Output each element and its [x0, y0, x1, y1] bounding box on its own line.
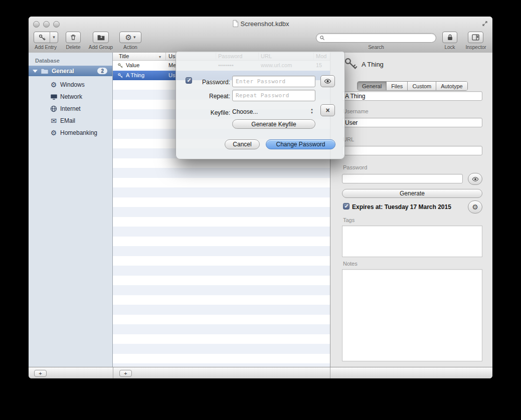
reveal-password-button[interactable]: [320, 75, 335, 87]
app-window: Screenshot.kdbx ▾ Add Entry Delete A: [29, 17, 492, 378]
change-password-label: Change Password: [276, 141, 325, 148]
cell-title: Value: [126, 62, 165, 68]
tab-general[interactable]: General: [358, 82, 387, 90]
username-label: Username: [343, 108, 369, 114]
folder-icon: [41, 68, 49, 74]
envelope-icon: ✉: [50, 117, 58, 125]
sidebar-item-general[interactable]: General 2: [29, 66, 112, 76]
inspector-panel-icon: [472, 34, 479, 41]
key-icon: [343, 57, 358, 71]
keyfile-label: Keyfile:: [186, 109, 230, 116]
disclosure-triangle-icon[interactable]: [33, 70, 38, 73]
sidebar-item-email[interactable]: ✉ EMail: [29, 115, 112, 127]
change-password-dialog: Password: Repeat: Keyfile: Choose... ▲ ▼…: [176, 52, 345, 159]
add-entry-button[interactable]: ▾: [34, 32, 58, 43]
document-icon: [232, 20, 238, 27]
popup-stepper-icon[interactable]: ▲ ▼: [310, 108, 313, 114]
add-group-button[interactable]: [93, 32, 109, 43]
fullscreen-icon[interactable]: [481, 20, 488, 27]
search-input[interactable]: [327, 35, 433, 42]
chevron-down-icon[interactable]: ▾: [50, 35, 58, 40]
column-header-title[interactable]: Title: [119, 53, 129, 59]
window-chrome: Screenshot.kdbx ▾ Add Entry Delete A: [29, 17, 492, 53]
sidebar-section-header: Database: [35, 58, 60, 64]
username-field[interactable]: [342, 118, 482, 127]
trash-icon: [70, 34, 77, 41]
plus-icon: +: [39, 371, 42, 376]
add-entry-label: Add Entry: [31, 45, 61, 50]
cancel-label: Cancel: [233, 141, 251, 148]
search-label: Search: [316, 45, 436, 50]
expires-settings-button[interactable]: ⚙: [468, 200, 482, 214]
expires-checkbox[interactable]: [343, 203, 350, 209]
lock-icon: [447, 34, 453, 41]
password-field[interactable]: [342, 174, 463, 183]
gear-icon: ⚙: [50, 81, 58, 89]
search-icon: [319, 35, 325, 41]
column-divider[interactable]: [165, 53, 166, 60]
action-button[interactable]: ⚙ ▾: [119, 32, 141, 43]
reveal-password-button[interactable]: [468, 173, 482, 185]
repeat-password-input[interactable]: [232, 90, 315, 101]
gear-icon: ⚙: [125, 34, 132, 41]
clear-keyfile-button[interactable]: ×: [320, 104, 335, 116]
globe-icon: [50, 105, 58, 113]
footer-divider: [330, 367, 330, 378]
sidebar-item-label: EMail: [60, 117, 75, 124]
inspector-panel: A Thing General Files Custom Autotype Us…: [330, 53, 492, 367]
delete-label: Delete: [58, 45, 88, 50]
title-field[interactable]: [342, 91, 482, 101]
sidebar-item-windows[interactable]: ⚙ Windows: [29, 79, 112, 91]
cell-title: A Thing: [126, 72, 165, 78]
key-icon: [117, 63, 123, 69]
sidebar-item-label: Homebanking: [60, 129, 97, 136]
window-footer: + +: [29, 367, 492, 378]
sidebar-item-homebanking[interactable]: ⚙ Homebanking: [29, 127, 112, 139]
tab-files[interactable]: Files: [387, 82, 408, 90]
cancel-button[interactable]: Cancel: [225, 139, 260, 149]
add-group-label: Add Group: [86, 45, 115, 50]
entry-title: A Thing: [362, 61, 384, 68]
search-field[interactable]: [316, 33, 436, 43]
sidebar: Database General 2 ⚙ Windows Network Int…: [29, 53, 113, 367]
sidebar-item-label: General: [52, 68, 74, 75]
add-group-footer-button[interactable]: +: [34, 370, 47, 377]
url-field[interactable]: [342, 146, 482, 155]
generate-keyfile-button[interactable]: Generate Keyfile: [232, 119, 315, 129]
lock-label: Lock: [435, 45, 465, 50]
inspector-label: Inspector: [463, 45, 489, 50]
chevron-down-icon: ▾: [133, 35, 136, 40]
keyfile-value: Choose...: [232, 108, 258, 115]
eye-icon: [324, 78, 331, 84]
tab-autotype[interactable]: Autotype: [436, 82, 467, 90]
keyfile-popup[interactable]: Choose...: [232, 107, 315, 117]
sidebar-item-label: Internet: [60, 105, 81, 112]
titlebar: Screenshot.kdbx: [29, 19, 492, 28]
add-entry-footer-button[interactable]: +: [119, 370, 132, 377]
expires-label: Expires at: Tuesday 17 March 2015: [352, 203, 451, 211]
inspector-button[interactable]: [468, 32, 483, 43]
key-icon: [34, 34, 50, 41]
change-password-button[interactable]: Change Password: [266, 139, 335, 149]
gear-icon: ⚙: [50, 129, 58, 137]
sidebar-item-label: Network: [60, 93, 82, 100]
eye-icon: [472, 176, 479, 182]
tags-label: Tags: [343, 217, 355, 223]
stepper-up-icon: ▲: [310, 108, 313, 111]
sidebar-item-internet[interactable]: Internet: [29, 103, 112, 115]
new-password-input[interactable]: [232, 76, 315, 87]
footer-divider: [113, 367, 113, 378]
window-title: Screenshot.kdbx: [241, 20, 289, 28]
tags-input[interactable]: [342, 226, 482, 257]
action-label: Action: [119, 45, 141, 50]
sidebar-item-label: Windows: [60, 81, 85, 88]
sidebar-item-network[interactable]: Network: [29, 91, 112, 103]
repeat-label: Repeat:: [186, 93, 230, 100]
notes-input[interactable]: [342, 269, 482, 361]
delete-button[interactable]: [66, 32, 81, 43]
lock-button[interactable]: [442, 32, 457, 43]
generate-password-button[interactable]: Generate: [342, 189, 482, 198]
tab-custom[interactable]: Custom: [408, 82, 436, 90]
monitor-icon: [50, 93, 58, 101]
column-header-username[interactable]: Us: [168, 53, 175, 59]
